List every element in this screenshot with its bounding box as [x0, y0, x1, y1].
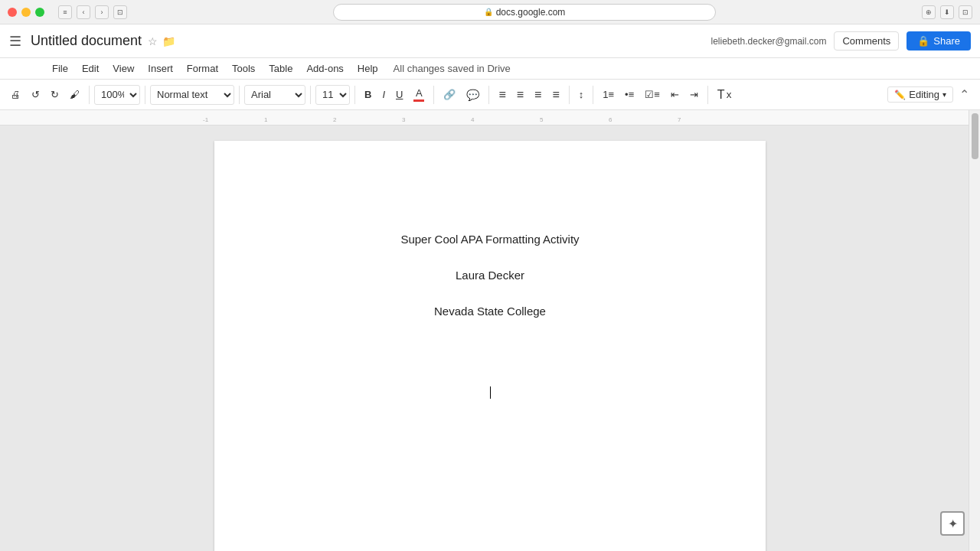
comments-button[interactable]: Comments: [834, 31, 899, 51]
text-cursor: [490, 386, 491, 399]
download-button[interactable]: ⬇: [940, 5, 954, 19]
text-color-button[interactable]: A: [409, 83, 429, 106]
separator-4: [310, 86, 311, 104]
ruler-mark-4: 4: [471, 116, 474, 123]
clear-formatting-button[interactable]: Tx: [713, 83, 736, 106]
separator-8: [569, 86, 570, 104]
secure-icon: 🔒: [484, 8, 493, 16]
ruler-mark-1: 1: [264, 116, 267, 123]
extension-button[interactable]: ⊕: [922, 5, 936, 19]
ruler: -1 1 2 3 4 5 6 7: [0, 110, 980, 126]
folder-icon[interactable]: 📁: [162, 35, 175, 47]
menu-insert[interactable]: Insert: [142, 61, 179, 76]
font-size-select[interactable]: 11: [315, 85, 350, 105]
share-lock-icon: 🔒: [917, 35, 929, 47]
bold-button[interactable]: B: [360, 83, 376, 106]
align-justify-button[interactable]: ≡: [547, 83, 564, 106]
header-right: leliebeth.decker@gmail.com Comments 🔒 Sh…: [711, 31, 971, 51]
separator-1: [89, 86, 90, 104]
sidebar-toggle-button[interactable]: ≡: [58, 5, 72, 19]
align-center-button[interactable]: ≡: [512, 83, 528, 106]
undo-button[interactable]: ↺: [27, 83, 44, 106]
underline-button[interactable]: U: [391, 83, 407, 106]
maximize-button[interactable]: [35, 8, 44, 17]
chevron-down-icon: ▾: [942, 90, 946, 99]
menu-file[interactable]: File: [46, 61, 74, 76]
share-label: Share: [933, 35, 960, 47]
separator-3: [239, 86, 240, 104]
ruler-mark-5: 5: [540, 116, 543, 123]
toolbar: 🖨 ↺ ↻ 🖌 100% Normal text Arial 11 B I U …: [0, 80, 980, 110]
scrollbar[interactable]: [969, 110, 980, 551]
font-select[interactable]: Arial: [244, 85, 305, 105]
menu-help[interactable]: Help: [351, 61, 384, 76]
forward-button[interactable]: ›: [95, 5, 109, 19]
assistant-icon[interactable]: ✦: [940, 511, 965, 536]
app-header: ☰ Untitled document ☆ 📁 leliebeth.decker…: [0, 24, 980, 58]
menu-edit[interactable]: Edit: [76, 61, 105, 76]
ruler-mark-6: 6: [609, 116, 612, 123]
indent-increase-button[interactable]: ⇥: [685, 83, 703, 106]
page-content[interactable]: Super Cool APA Formatting Activity Laura…: [214, 141, 766, 472]
collapse-toolbar-button[interactable]: ⌃: [955, 83, 974, 106]
zoom-select[interactable]: 100%: [94, 85, 140, 105]
traffic-lights: ≡ ‹ › ⊡: [8, 5, 127, 19]
menu-tools[interactable]: Tools: [226, 61, 261, 76]
line-spacing-button[interactable]: ↕: [574, 83, 589, 106]
ruler-mark-7: 7: [678, 116, 681, 123]
hamburger-menu[interactable]: ☰: [9, 33, 21, 50]
star-icon[interactable]: ☆: [148, 35, 158, 47]
document-line-2[interactable]: Laura Decker: [456, 269, 524, 282]
style-select[interactable]: Normal text: [150, 85, 234, 105]
italic-button[interactable]: I: [377, 83, 390, 106]
doc-icons: ☆ 📁: [148, 35, 175, 47]
doc-title-area: Untitled document ☆ 📁: [31, 33, 711, 49]
title-bar-right: ⊕ ⬇ ⊡: [922, 5, 972, 19]
back-button[interactable]: ‹: [77, 5, 90, 19]
doc-title[interactable]: Untitled document: [31, 33, 142, 49]
title-bar: ≡ ‹ › ⊡ 🔒 docs.google.com ⊕ ⬇ ⊡: [0, 0, 980, 24]
save-status: All changes saved in Drive: [394, 63, 511, 74]
text-color-line: [413, 99, 424, 102]
document-line-1[interactable]: Super Cool APA Formatting Activity: [400, 233, 579, 246]
cursor-area[interactable]: [489, 386, 491, 399]
share-button[interactable]: 🔒 Share: [906, 31, 971, 51]
separator-10: [707, 86, 708, 104]
user-email: leliebeth.decker@gmail.com: [711, 36, 827, 47]
editing-mode-selector[interactable]: ✏️ Editing ▾: [887, 86, 953, 103]
reader-button[interactable]: ⊡: [113, 5, 127, 19]
insert-comment-button[interactable]: 💬: [462, 83, 484, 106]
indent-decrease-button[interactable]: ⇤: [666, 83, 684, 106]
text-color-indicator: A: [413, 87, 424, 102]
numbered-list-button[interactable]: 1≡: [598, 83, 619, 106]
align-right-button[interactable]: ≡: [530, 83, 546, 106]
insert-link-button[interactable]: 🔗: [439, 83, 460, 106]
bullet-list-button[interactable]: •≡: [620, 83, 639, 106]
document-line-3[interactable]: Nevada State College: [434, 305, 546, 318]
ruler-mark-2: 2: [333, 116, 336, 123]
editing-label: Editing: [909, 89, 939, 100]
fullscreen-button[interactable]: ⊡: [959, 5, 972, 19]
paint-format-button[interactable]: 🖌: [65, 83, 84, 106]
separator-6: [433, 86, 434, 104]
ruler-mark-neg1: -1: [203, 116, 208, 123]
menu-view[interactable]: View: [106, 61, 140, 76]
address-text: docs.google.com: [496, 7, 566, 18]
checklist-button[interactable]: ☑≡: [640, 83, 665, 106]
close-button[interactable]: [8, 8, 17, 17]
pencil-icon: ✏️: [894, 90, 906, 100]
scrollbar-thumb[interactable]: [972, 113, 978, 159]
minimize-button[interactable]: [21, 8, 31, 17]
menu-table[interactable]: Table: [263, 61, 299, 76]
redo-button[interactable]: ↻: [46, 83, 64, 106]
separator-2: [145, 86, 145, 104]
address-bar[interactable]: 🔒 docs.google.com: [333, 4, 716, 21]
separator-5: [354, 86, 355, 104]
print-button[interactable]: 🖨: [6, 83, 25, 106]
text-a-label: A: [416, 87, 423, 99]
menu-addons[interactable]: Add-ons: [300, 61, 349, 76]
menu-format[interactable]: Format: [181, 61, 224, 76]
align-left-button[interactable]: ≡: [494, 83, 510, 106]
ruler-mark-3: 3: [402, 116, 405, 123]
document-area[interactable]: Super Cool APA Formatting Activity Laura…: [0, 126, 980, 551]
